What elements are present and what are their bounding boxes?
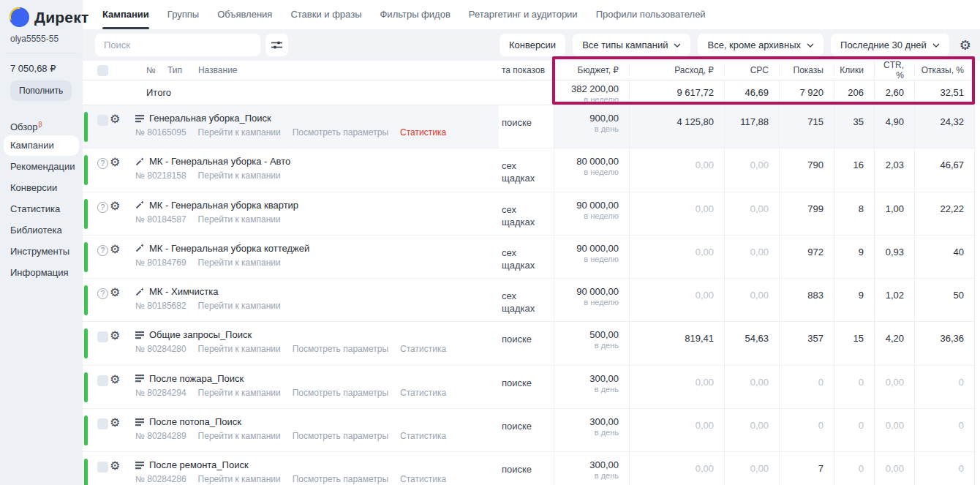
campaign-link[interactable]: Перейти к кампании bbox=[198, 344, 281, 354]
sidebar-item-statistics[interactable]: Статистика bbox=[4, 199, 79, 219]
campaign-name[interactable]: МК - Генеральная уборка коттеджей bbox=[149, 243, 309, 254]
campaign-link[interactable]: Посмотреть параметры bbox=[293, 344, 388, 354]
tab-user-profiles[interactable]: Профили пользователей bbox=[596, 0, 706, 29]
gear-icon[interactable]: ⚙ bbox=[110, 328, 120, 342]
bounces-cell: 40 bbox=[914, 236, 975, 278]
campaign-link[interactable]: Перейти к кампании bbox=[198, 214, 281, 225]
campaign-link[interactable]: Перейти к кампании bbox=[198, 431, 281, 441]
campaign-link[interactable]: Посмотреть параметры bbox=[293, 127, 388, 138]
gear-icon[interactable]: ⚙ bbox=[110, 199, 120, 213]
clicks-cell: 35 bbox=[834, 105, 874, 148]
campaign-row: ⚙Общие запросы_Поиск№ 80284280Перейти к … bbox=[83, 322, 975, 365]
campaign-link[interactable]: Перейти к кампании bbox=[198, 388, 281, 398]
totals-budget: 382 200,00 в неделю bbox=[554, 80, 629, 105]
campaign-link[interactable]: Перейти к кампании bbox=[198, 301, 281, 311]
campaign-link[interactable]: Посмотреть параметры bbox=[293, 388, 388, 398]
sidebar-item-conversions[interactable]: Конверсии bbox=[4, 178, 79, 198]
gear-icon[interactable]: ⚙ bbox=[110, 416, 120, 429]
campaign-link[interactable]: Перейти к кампании bbox=[198, 474, 281, 484]
campaign-row: ?⚙МК - Генеральная уборка коттеджей№ 801… bbox=[83, 236, 975, 279]
help-icon[interactable]: ? bbox=[97, 158, 108, 169]
campaign-link[interactable]: Перейти к кампании bbox=[198, 170, 281, 181]
search-campaign-icon bbox=[135, 331, 144, 339]
header-impressions[interactable]: Показы bbox=[779, 65, 834, 75]
search-input[interactable] bbox=[95, 34, 260, 56]
campaign-name[interactable]: Общие запросы_Поиск bbox=[149, 329, 252, 340]
header-clicks[interactable]: Клики bbox=[834, 65, 874, 75]
gear-icon[interactable]: ⚙ bbox=[110, 372, 120, 386]
tab-groups[interactable]: Группы bbox=[167, 0, 199, 29]
table-header-row: № Тип Название та показов Бюджет, ₽ Расх… bbox=[83, 61, 975, 80]
campaign-link[interactable]: Посмотреть параметры bbox=[293, 431, 388, 441]
campaign-link[interactable]: Статистика bbox=[400, 127, 446, 138]
campaign-link[interactable]: Перейти к кампании bbox=[198, 127, 281, 138]
tab-bids-phrases[interactable]: Ставки и фразы bbox=[290, 0, 361, 29]
sidebar-item-information[interactable]: Информация bbox=[4, 263, 79, 283]
table-rows: ⚙Генеральная уборка_Поиск№ 80165095Перей… bbox=[83, 105, 980, 485]
sidebar-item-tools[interactable]: Инструменты bbox=[4, 241, 79, 262]
campaign-number: № 80284280 bbox=[135, 344, 186, 354]
campaign-link[interactable]: Статистика bbox=[400, 388, 446, 398]
campaign-link[interactable]: Перейти к кампании bbox=[198, 257, 281, 268]
header-cpc[interactable]: CPC bbox=[724, 65, 779, 75]
row-checkbox[interactable] bbox=[97, 375, 108, 386]
topup-button[interactable]: Пополнить bbox=[10, 80, 72, 101]
archive-filter-dropdown[interactable]: Все, кроме архивных bbox=[698, 34, 823, 56]
campaign-link[interactable]: Статистика bbox=[400, 431, 446, 441]
conversions-button[interactable]: Конверсии bbox=[500, 34, 565, 56]
logo[interactable]: Директ bbox=[0, 0, 83, 27]
header-spend[interactable]: Расход, ₽ bbox=[629, 65, 724, 75]
row-checkbox[interactable] bbox=[97, 331, 108, 342]
campaign-link[interactable]: Статистика bbox=[400, 474, 446, 484]
campaign-link[interactable]: Статистика bbox=[400, 344, 446, 354]
impressions-cell: 799 bbox=[779, 192, 834, 235]
tab-campaigns[interactable]: Кампании bbox=[102, 0, 149, 29]
sidebar-item-recommendations[interactable]: Рекомендации bbox=[4, 157, 79, 177]
help-icon[interactable]: ? bbox=[97, 202, 108, 213]
header-bounces[interactable]: Отказы, % bbox=[914, 65, 975, 75]
row-checkbox[interactable] bbox=[97, 462, 108, 473]
account-balance: 7 050,68 ₽ bbox=[0, 53, 83, 74]
campaign-link[interactable]: Посмотреть параметры bbox=[293, 474, 388, 484]
row-checkbox[interactable] bbox=[97, 418, 108, 429]
campaign-name[interactable]: МК - Химчистка bbox=[149, 286, 219, 297]
header-ctr[interactable]: CTR, % bbox=[874, 60, 914, 80]
header-budget[interactable]: Бюджет, ₽ bbox=[554, 65, 629, 75]
help-icon[interactable]: ? bbox=[97, 288, 108, 299]
row-placements-cell: сехщадках bbox=[499, 148, 554, 191]
campaign-name[interactable]: МК - Генеральная уборка - Авто bbox=[149, 156, 290, 167]
budget-period: в неделю bbox=[554, 211, 619, 220]
sidebar-item-overview[interactable]: Обзорβ bbox=[4, 114, 79, 135]
gear-icon[interactable]: ⚙ bbox=[110, 155, 120, 169]
date-range-dropdown[interactable]: Последние 30 дней bbox=[831, 34, 949, 56]
impressions-cell: 357 bbox=[779, 322, 834, 364]
select-all-checkbox[interactable] bbox=[97, 65, 108, 76]
campaign-number: № 80284294 bbox=[135, 388, 186, 398]
campaign-name[interactable]: После ремонта_Поиск bbox=[149, 459, 249, 470]
sidebar-item-library[interactable]: Библиотека bbox=[4, 220, 79, 241]
campaign-name[interactable]: МК - Генеральная уборка квартир bbox=[149, 200, 298, 211]
campaign-number: № 80284286 bbox=[135, 474, 186, 484]
filter-settings-button[interactable] bbox=[265, 34, 288, 56]
tab-feed-filters[interactable]: Фильтры фидов bbox=[380, 0, 450, 29]
campaign-name[interactable]: После потопа_Поиск bbox=[149, 416, 241, 427]
campaign-number: № 80284289 bbox=[135, 431, 186, 441]
ctr-cell: 2,03 bbox=[874, 148, 914, 191]
placements-text: щадках bbox=[502, 216, 554, 228]
tab-ads[interactable]: Объявления bbox=[217, 0, 272, 29]
help-icon[interactable]: ? bbox=[97, 245, 108, 256]
row-checkbox[interactable] bbox=[97, 115, 108, 126]
row-name-cell: После пожара_Поиск№ 80284294Перейти к ка… bbox=[132, 366, 499, 408]
campaign-type-dropdown[interactable]: Все типы кампаний bbox=[573, 34, 690, 56]
sidebar-item-campaigns[interactable]: Кампании bbox=[4, 135, 79, 156]
clicks-cell: 0 bbox=[834, 366, 874, 408]
table-settings-gear-icon[interactable]: ⚙ bbox=[957, 34, 974, 56]
tab-retargeting[interactable]: Ретаргетинг и аудитории bbox=[469, 0, 578, 29]
gear-icon[interactable]: ⚙ bbox=[110, 112, 120, 126]
budget-cell: 900,00в день bbox=[554, 105, 629, 148]
campaign-name[interactable]: После пожара_Поиск bbox=[149, 373, 244, 384]
gear-icon[interactable]: ⚙ bbox=[110, 242, 120, 256]
gear-icon[interactable]: ⚙ bbox=[110, 285, 120, 299]
campaign-name[interactable]: Генеральная уборка_Поиск bbox=[149, 113, 271, 124]
gear-icon[interactable]: ⚙ bbox=[110, 459, 120, 473]
